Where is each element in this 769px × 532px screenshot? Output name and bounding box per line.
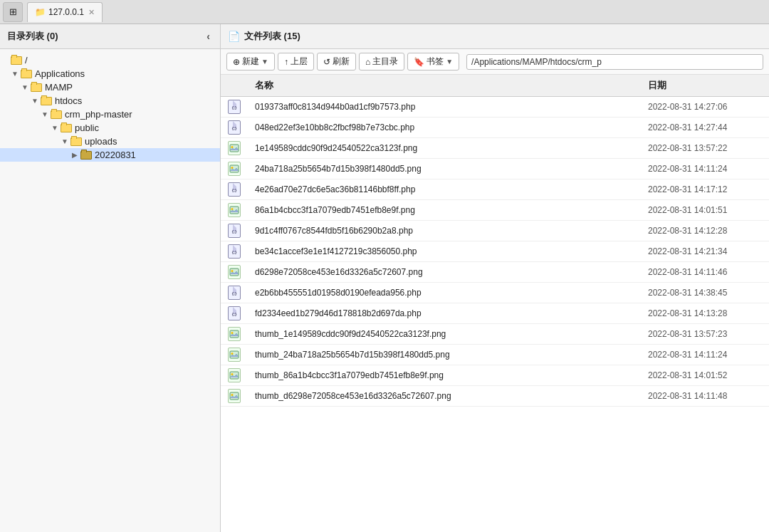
table-row[interactable]: {;}9d1c4ff0767c8544fdb5f16b6290b2a8.php2…: [221, 221, 769, 241]
file-date-12: 2022-08-31 14:11:24: [641, 345, 769, 365]
tab-main[interactable]: 📁 127.0.0.1 ✕: [27, 2, 103, 22]
file-date-10: 2022-08-31 14:13:28: [641, 303, 769, 324]
bookmark-label: 书签: [427, 56, 444, 68]
col-name[interactable]: 名称: [248, 75, 641, 97]
tab-close-button[interactable]: ✕: [88, 8, 95, 17]
folder-icon-applications: [20, 69, 33, 79]
php-file-icon: {;}: [228, 100, 241, 114]
php-file-icon: {;}: [228, 306, 241, 320]
image-file-icon: [228, 348, 241, 362]
col-date[interactable]: 日期: [641, 75, 769, 97]
right-panel-header: 📄 文件列表 (15): [221, 24, 769, 49]
tree-item-public[interactable]: ▼public: [0, 121, 220, 135]
table-header-row: 名称 日期: [221, 75, 769, 97]
tree-toggle-applications: ▼: [10, 70, 20, 78]
tree-toggle-htdocs: ▼: [30, 97, 40, 105]
table-row[interactable]: {;}4e26ad70e27dc6e5ac36b81146bbf8ff.php2…: [221, 179, 769, 200]
table-row[interactable]: {;}019373aff0c8134d944b0ad1cf9b7573.php2…: [221, 97, 769, 118]
file-date-8: 2022-08-31 14:11:46: [641, 262, 769, 283]
refresh-icon: ↺: [323, 57, 330, 67]
image-file-icon: [228, 265, 241, 279]
tree-item-htdocs[interactable]: ▼htdocs: [0, 94, 220, 108]
file-name-7: be34c1accef3e1e1f4127219c3856050.php: [248, 241, 641, 262]
table-row[interactable]: 1e149589cddc90f9d24540522ca3123f.png2022…: [221, 138, 769, 159]
tree-toggle-public: ▼: [50, 124, 60, 132]
folder-icon-crm_php_master: [50, 110, 63, 120]
tree-toggle-mamp: ▼: [20, 83, 30, 91]
bookmark-button[interactable]: 🔖 书签 ▼: [407, 53, 459, 71]
file-date-1: 2022-08-31 14:27:44: [641, 118, 769, 138]
tree-item-applications[interactable]: ▼Applications: [0, 67, 220, 80]
grid-icon[interactable]: ⊞: [3, 2, 23, 22]
table-row[interactable]: {;}048ed22ef3e10bb8c2fbcf98b7e73cbc.php2…: [221, 118, 769, 138]
table-row[interactable]: d6298e72058ce453e16d3326a5c72607.png2022…: [221, 262, 769, 283]
table-row[interactable]: thumb_d6298e72058ce453e16d3326a5c72607.p…: [221, 386, 769, 407]
php-file-icon: {;}: [228, 224, 241, 238]
left-panel: 目录列表 (0) ‹ /▼Applications▼MAMP▼htdocs▼cr…: [0, 24, 221, 532]
file-date-4: 2022-08-31 14:17:12: [641, 179, 769, 200]
svg-point-11: [231, 353, 234, 355]
tree-label-20220831: 20220831: [95, 150, 136, 160]
directory-tree: /▼Applications▼MAMP▼htdocs▼crm_php-maste…: [0, 49, 220, 532]
folder-icon-20220831: [80, 150, 93, 160]
tree-item-uploads[interactable]: ▼uploads: [0, 135, 220, 148]
svg-point-7: [231, 270, 234, 272]
table-row[interactable]: 24ba718a25b5654b7d15b398f1480dd5.png2022…: [221, 159, 769, 179]
file-icon-cell-4: {;}: [221, 179, 248, 200]
toolbar: ⊕ 新建 ▼ ↑ 上层 ↺ 刷新 ⌂ 主目录 🔖 书签 ▼ /Applicati…: [221, 49, 769, 75]
refresh-label: 刷新: [333, 56, 350, 68]
table-row[interactable]: thumb_24ba718a25b5654b7d15b398f1480dd5.p…: [221, 345, 769, 365]
collapse-button[interactable]: ‹: [204, 31, 213, 42]
table-row[interactable]: {;}e2b6bb455551d01958d0190efeada956.php2…: [221, 283, 769, 303]
tab-folder-icon: 📁: [35, 7, 46, 17]
file-icon-cell-9: {;}: [221, 283, 248, 303]
col-icon: [221, 75, 248, 97]
table-row[interactable]: 86a1b4cbcc3f1a7079edb7451efb8e9f.png2022…: [221, 200, 769, 221]
file-name-0: 019373aff0c8134d944b0ad1cf9b7573.php: [248, 97, 641, 118]
bookmark-dropdown-arrow: ▼: [446, 58, 453, 66]
folder-icon-public: [60, 123, 73, 133]
tree-label-uploads: uploads: [85, 136, 117, 147]
new-button[interactable]: ⊕ 新建 ▼: [226, 53, 275, 71]
image-file-icon: [228, 141, 241, 155]
file-icon-cell-12: [221, 345, 248, 365]
tree-label-mamp: MAMP: [45, 82, 73, 93]
up-label: 上层: [291, 56, 308, 68]
file-icon-cell-5: [221, 200, 248, 221]
file-list-icon: 📄: [228, 31, 240, 42]
left-panel-title: 目录列表 (0): [7, 30, 58, 43]
tree-toggle-uploads: ▼: [60, 137, 70, 145]
file-name-11: thumb_1e149589cddc90f9d24540522ca3123f.p…: [248, 324, 641, 345]
table-row[interactable]: {;}be34c1accef3e1e1f4127219c3856050.php2…: [221, 241, 769, 262]
file-name-1: 048ed22ef3e10bb8c2fbcf98b7e73cbc.php: [248, 118, 641, 138]
bookmark-icon: 🔖: [414, 57, 424, 67]
file-icon-cell-7: {;}: [221, 241, 248, 262]
file-name-4: 4e26ad70e27dc6e5ac36b81146bbf8ff.php: [248, 179, 641, 200]
refresh-button[interactable]: ↺ 刷新: [317, 53, 356, 71]
tab-bar: ⊞ 📁 127.0.0.1 ✕: [0, 0, 769, 24]
file-icon-cell-0: {;}: [221, 97, 248, 118]
home-button[interactable]: ⌂ 主目录: [359, 53, 404, 71]
image-file-icon: [228, 327, 241, 341]
file-date-5: 2022-08-31 14:01:51: [641, 200, 769, 221]
table-row[interactable]: thumb_86a1b4cbcc3f1a7079edb7451efb8e9f.p…: [221, 365, 769, 386]
table-row[interactable]: {;}fd2334eed1b279d46d178818b2d697da.php2…: [221, 303, 769, 324]
tab-label: 127.0.0.1: [48, 7, 84, 17]
php-file-icon: {;}: [228, 244, 241, 259]
grid-symbol: ⊞: [9, 6, 17, 17]
table-row[interactable]: thumb_1e149589cddc90f9d24540522ca3123f.p…: [221, 324, 769, 345]
image-file-icon: [228, 368, 241, 382]
up-button[interactable]: ↑ 上层: [278, 53, 314, 71]
file-list-table: 名称 日期 {;}019373aff0c8134d944b0ad1cf9b757…: [221, 75, 769, 407]
file-name-13: thumb_86a1b4cbcc3f1a7079edb7451efb8e9f.p…: [248, 365, 641, 386]
tree-item-20220831[interactable]: ▶20220831: [0, 148, 220, 162]
file-name-10: fd2334eed1b279d46d178818b2d697da.php: [248, 303, 641, 324]
tree-item-crm_php_master[interactable]: ▼crm_php-master: [0, 108, 220, 121]
tree-item-root[interactable]: /: [0, 53, 220, 67]
tree-item-mamp[interactable]: ▼MAMP: [0, 80, 220, 94]
path-box[interactable]: /Applications/MAMP/htdocs/crm_p: [466, 54, 763, 70]
tree-toggle-crm_php_master: ▼: [40, 110, 50, 118]
tree-toggle-20220831: ▶: [70, 151, 80, 159]
file-date-14: 2022-08-31 14:11:48: [641, 386, 769, 407]
file-name-9: e2b6bb455551d01958d0190efeada956.php: [248, 283, 641, 303]
